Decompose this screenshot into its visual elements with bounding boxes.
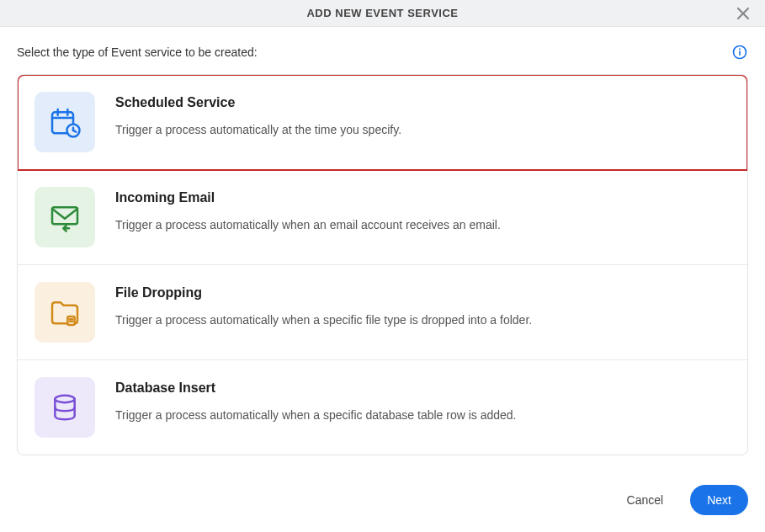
option-body: Scheduled Service Trigger a process auto… bbox=[115, 92, 401, 139]
svg-line-9 bbox=[73, 130, 76, 132]
option-list: Scheduled Service Trigger a process auto… bbox=[17, 74, 748, 455]
option-scheduled-service[interactable]: Scheduled Service Trigger a process auto… bbox=[18, 75, 747, 170]
next-button[interactable]: Next bbox=[690, 485, 748, 515]
option-title: Scheduled Service bbox=[115, 95, 401, 110]
option-desc: Trigger a process automatically when an … bbox=[115, 217, 501, 234]
dialog-header: ADD NEW EVENT SERVICE bbox=[0, 0, 765, 27]
calendar-clock-icon bbox=[35, 92, 95, 152]
folder-file-icon bbox=[35, 282, 95, 343]
option-body: Database Insert Trigger a process automa… bbox=[115, 377, 517, 424]
email-incoming-icon bbox=[35, 187, 95, 247]
svg-point-14 bbox=[55, 396, 74, 402]
database-icon bbox=[35, 377, 95, 438]
cancel-button[interactable]: Cancel bbox=[617, 487, 674, 513]
option-title: Database Insert bbox=[115, 380, 517, 396]
svg-rect-10 bbox=[52, 207, 77, 224]
option-title: Incoming Email bbox=[115, 190, 501, 205]
option-desc: Trigger a process automatically when a s… bbox=[115, 407, 517, 424]
option-file-dropping[interactable]: File Dropping Trigger a process automati… bbox=[18, 265, 747, 360]
option-desc: Trigger a process automatically at the t… bbox=[115, 122, 401, 139]
option-title: File Dropping bbox=[115, 285, 532, 301]
info-icon[interactable] bbox=[731, 44, 748, 61]
dialog-content: Select the type of Event service to be c… bbox=[0, 27, 765, 455]
option-body: Incoming Email Trigger a process automat… bbox=[115, 187, 501, 234]
close-icon[interactable] bbox=[735, 5, 752, 22]
option-incoming-email[interactable]: Incoming Email Trigger a process automat… bbox=[18, 170, 747, 265]
option-database-insert[interactable]: Database Insert Trigger a process automa… bbox=[18, 360, 747, 455]
prompt-row: Select the type of Event service to be c… bbox=[17, 44, 748, 61]
option-desc: Trigger a process automatically when a s… bbox=[115, 312, 532, 329]
svg-point-2 bbox=[739, 48, 741, 50]
option-body: File Dropping Trigger a process automati… bbox=[115, 282, 532, 329]
dialog-footer: Cancel Next bbox=[0, 475, 765, 532]
dialog-title: ADD NEW EVENT SERVICE bbox=[306, 7, 458, 19]
prompt-text: Select the type of Event service to be c… bbox=[17, 45, 258, 59]
